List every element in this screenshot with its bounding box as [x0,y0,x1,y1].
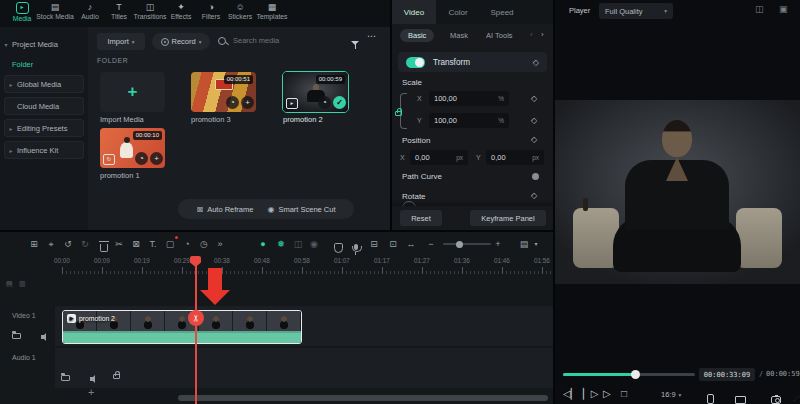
chevron-left-icon[interactable]: ‹ [530,30,533,39]
sidebar-item-cloud-media[interactable]: Cloud Media [4,97,84,115]
subtab-ai-tools[interactable]: AI Tools [486,31,513,40]
aspect-ratio-dropdown[interactable]: 16:9 ▾ [661,390,681,399]
compare-view-icon[interactable]: ◫ [755,4,764,14]
scale-y-input[interactable]: 100,00 % [429,113,509,128]
position-x-input[interactable]: 0,00 px [410,150,468,165]
scale-link-lock-icon[interactable] [395,111,402,116]
sidebar-item-editing-presets[interactable]: ▸ Editing Presets [4,119,84,137]
sidebar-item-global-media[interactable]: ▸ Global Media [4,75,84,93]
next-frame-button[interactable]: ▏▷ [583,388,598,400]
delete-icon[interactable] [96,238,112,254]
timeline-ruler[interactable] [55,265,553,274]
previous-frame-button[interactable]: ◁▏ [563,388,578,400]
mixer-panel-icon[interactable]: ⊟ [366,236,382,252]
tab-templates[interactable]: ▦ Templates [244,2,300,26]
filter-icon[interactable] [351,40,361,50]
resize-grip-icon[interactable]: ⋰ [793,394,799,401]
track-mute-icon[interactable] [41,335,44,339]
sidebar-item-influence-kit[interactable]: ▸ Influence Kit [4,141,84,159]
text-tool-icon[interactable]: T. [145,236,161,252]
speed-tool-icon[interactable]: ◔ [179,236,195,252]
mirror-display-icon[interactable] [735,396,746,404]
zoom-in-icon[interactable]: + [490,236,506,252]
clip-menu-icon[interactable]: ◔ [318,96,331,109]
sidebar-item-folder[interactable]: Folder [0,55,88,73]
undo-icon[interactable]: ↺ [60,236,76,252]
scale-y-keyframe-icon[interactable]: ◇ [531,116,537,125]
camera-icon[interactable]: ◫ [290,236,306,252]
more-tools-icon[interactable]: » [212,236,228,252]
timeline-scrollbar[interactable] [178,395,548,401]
redo-icon[interactable]: ↻ [77,236,93,252]
playhead-line[interactable] [195,256,197,404]
chroma-key-icon[interactable]: ● [255,236,271,252]
auto-reframe-button[interactable]: ⊠ Auto Reframe [196,205,253,214]
collapse-tracks-icon[interactable]: ▤ [6,280,13,288]
scale-x-input[interactable]: 100,00 % [429,91,509,106]
tab-color[interactable]: Color [436,0,480,24]
clip-menu-icon[interactable]: ◔ [226,96,239,109]
timeline-clip-promotion-2[interactable]: ▶ promotion 2 [62,310,302,344]
snapshot-icon[interactable] [771,396,781,404]
subtab-basic[interactable]: Basic [400,29,434,42]
rotate-keyframe-icon[interactable]: ◇ [531,191,537,200]
split-icon[interactable]: ✂ [111,236,127,252]
play-button[interactable]: ▷ [603,388,611,400]
silence-detect-icon[interactable] [330,239,346,255]
scale-x-keyframe-icon[interactable]: ◇ [531,94,537,103]
tab-video[interactable]: Video [392,0,436,24]
media-tile-promotion-2[interactable]: 00:00:59 ▸ ◔ ✓ [283,72,348,112]
search-input[interactable] [231,35,335,46]
track-manager-caret-icon[interactable]: ▾ [528,236,544,252]
chevron-right-icon[interactable]: › [541,30,544,39]
track-lock-icon[interactable] [113,374,120,379]
audio-track-lane[interactable] [55,348,553,388]
screen-record-icon[interactable]: ◉ [306,236,322,252]
smart-scene-cut-button[interactable]: ◉ Smart Scene Cut [267,205,335,214]
background-image-icon[interactable]: ▣ [779,4,788,14]
playback-progress-bar[interactable] [563,373,695,376]
track-mute-icon[interactable] [90,377,93,381]
timeline-zoom-slider[interactable] [443,243,491,245]
render-range-icon[interactable]: ↔ [403,236,419,252]
more-options-icon[interactable]: ⋯ [367,31,376,41]
sidebar-item-project-media[interactable]: ▾ Project Media [0,35,88,53]
add-to-timeline-icon[interactable]: + [150,152,163,165]
add-track-button[interactable]: + [88,386,94,398]
freeze-frame-icon[interactable]: ❅ [273,236,289,252]
snap-icon[interactable]: ⌖ [43,236,59,252]
timeline-layout-icon[interactable]: ⊞ [26,236,42,252]
crop-icon[interactable]: ⊠ [128,236,144,252]
stop-button[interactable]: □ [621,388,627,400]
clip-menu-icon[interactable]: ◔ [135,152,148,165]
mask-tool-icon[interactable]: ▢ [162,236,178,252]
media-tile-promotion-1[interactable]: 00:00:10 ↻ ◔ + [100,128,165,168]
video-preview[interactable] [555,100,800,284]
keyframe-panel-button[interactable]: Keyframe Panel [470,210,546,226]
preview-screen-icon[interactable]: ⊡ [385,236,401,252]
transform-toggle[interactable] [406,57,425,68]
record-button[interactable]: Record ▾ [152,33,210,50]
position-keyframe-icon[interactable]: ◇ [531,135,537,144]
reset-button[interactable]: Reset [400,210,442,226]
tab-speed[interactable]: Speed [480,0,524,24]
keyframe-diamond-icon[interactable]: ◇ [533,58,539,67]
add-to-timeline-icon[interactable]: + [241,96,254,109]
zoom-out-icon[interactable]: − [423,236,439,252]
quality-dropdown[interactable]: Full Quality ▾ [599,3,673,19]
import-media-tile[interactable]: + [100,72,165,112]
progress-handle[interactable] [631,370,640,379]
position-y-input[interactable]: 0,00 px [486,150,544,165]
track-folder-icon[interactable] [61,375,70,381]
track-folder-icon[interactable] [12,333,21,339]
subtab-mask[interactable]: Mask [450,31,468,40]
zoom-slider-handle[interactable] [456,241,463,248]
tile-label: promotion 3 [191,115,231,124]
voiceover-icon[interactable] [348,240,364,256]
phone-preview-icon[interactable] [707,394,714,404]
expand-tracks-icon[interactable]: ▥ [19,280,26,288]
quick-split-scissors-button[interactable]: ✂ [188,310,204,326]
media-tile-promotion-3[interactable]: 00:00:51 ◔ + [191,72,256,112]
duration-tool-icon[interactable]: ◷ [196,236,212,252]
import-button[interactable]: Import ▾ [97,33,145,50]
